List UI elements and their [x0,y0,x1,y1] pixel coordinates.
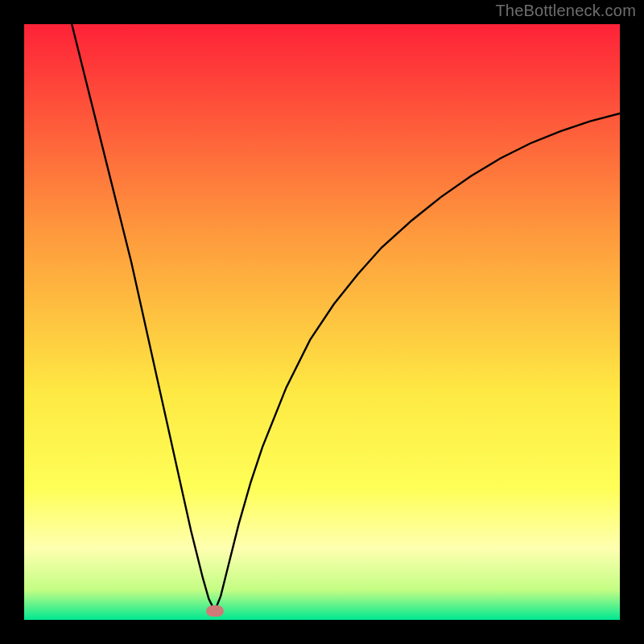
optimal-point-marker [206,605,224,617]
bottleneck-curve [24,24,620,620]
chart-frame: TheBottleneck.com [0,0,644,644]
attribution-text: TheBottleneck.com [495,2,636,20]
plot-area [24,24,620,620]
